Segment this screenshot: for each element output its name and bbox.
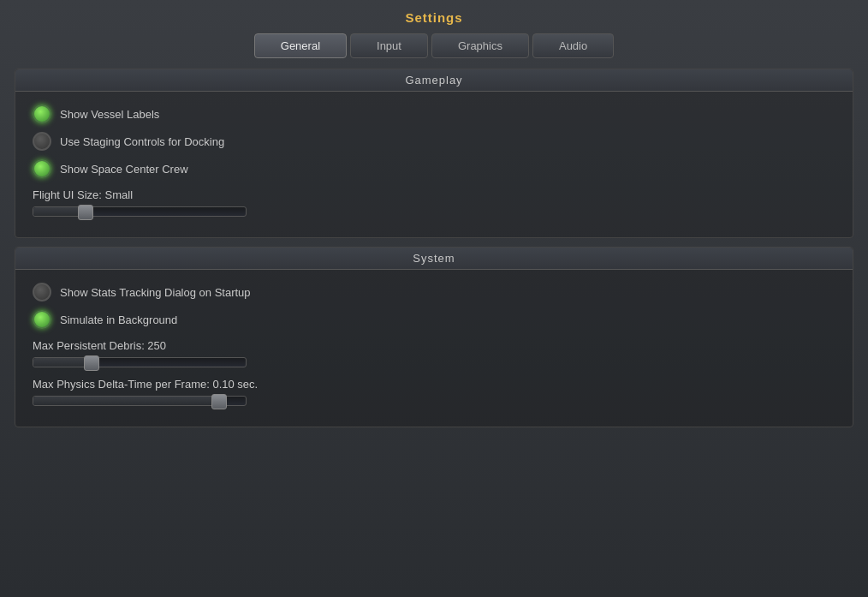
staging-controls-label: Use Staging Controls for Docking [60,135,224,148]
physics-slider-fill [33,397,220,405]
stats-tracking-label: Show Stats Tracking Dialog on Startup [60,286,251,299]
flight-ui-slider-label: Flight UI Size: Small [33,188,835,201]
simulate-background-label: Simulate in Background [60,313,177,326]
tab-bar: General Input Graphics Audio [254,33,614,58]
gameplay-body: Show Vessel Labels Use Staging Controls … [15,92,853,237]
flight-ui-slider-track[interactable] [33,206,247,217]
staging-controls-toggle-inner [38,137,46,146]
simulate-background-toggle-inner [38,315,46,324]
staging-controls-toggle[interactable] [33,132,51,151]
vessel-labels-row: Show Vessel Labels [33,104,835,123]
tab-input[interactable]: Input [350,33,428,58]
vessel-labels-toggle[interactable] [33,104,51,123]
space-center-crew-row: Show Space Center Crew [33,159,835,178]
flight-ui-slider-group: Flight UI Size: Small [33,188,835,217]
debris-slider-thumb[interactable] [84,355,99,371]
tab-graphics[interactable]: Graphics [431,33,529,58]
space-center-crew-toggle-inner [38,164,46,173]
gameplay-section: Gameplay Show Vessel Labels Use Staging … [15,69,853,238]
tab-audio[interactable]: Audio [532,33,614,58]
vessel-labels-toggle-inner [38,110,46,118]
physics-slider-label: Max Physics Delta-Time per Frame: 0.10 s… [33,378,835,391]
flight-ui-slider-thumb[interactable] [78,205,93,220]
system-body: Show Stats Tracking Dialog on Startup Si… [15,270,853,427]
window-title: Settings [405,10,462,25]
simulate-background-toggle[interactable] [33,310,51,329]
debris-slider-fill [33,358,92,367]
tab-general[interactable]: General [254,33,347,58]
stats-tracking-toggle[interactable] [33,283,51,301]
physics-slider-thumb[interactable] [211,394,227,409]
debris-slider-track[interactable] [33,357,247,367]
staging-controls-row: Use Staging Controls for Docking [33,132,835,151]
physics-slider-track[interactable] [33,396,247,406]
system-header: System [15,248,853,270]
content-area: Gameplay Show Vessel Labels Use Staging … [15,69,853,597]
physics-slider-group: Max Physics Delta-Time per Frame: 0.10 s… [33,378,835,406]
stats-tracking-row: Show Stats Tracking Dialog on Startup [33,283,835,301]
flight-ui-slider-fill [33,207,86,216]
settings-window: Settings General Input Graphics Audio Ga… [0,0,868,597]
vessel-labels-label: Show Vessel Labels [60,108,159,121]
gameplay-header: Gameplay [15,69,853,92]
simulate-background-row: Simulate in Background [33,310,835,329]
debris-slider-group: Max Persistent Debris: 250 [33,339,835,367]
space-center-crew-toggle[interactable] [33,159,51,178]
system-section: System Show Stats Tracking Dialog on Sta… [15,247,853,427]
stats-tracking-toggle-inner [38,288,46,296]
debris-slider-label: Max Persistent Debris: 250 [33,339,835,352]
space-center-crew-label: Show Space Center Crew [60,163,188,176]
